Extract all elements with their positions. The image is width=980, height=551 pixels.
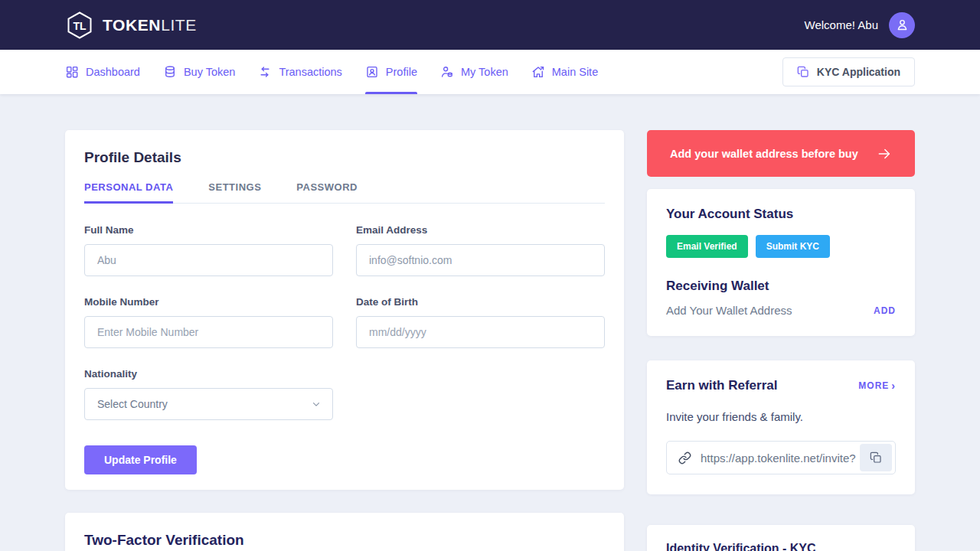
grid-icon (65, 65, 79, 79)
more-link[interactable]: MORE› (858, 380, 896, 392)
tab-personal-data[interactable]: PERSONAL DATA (84, 181, 173, 203)
brand-logo[interactable]: TL TOKENLITE (65, 11, 197, 40)
referral-card: Earn with Referral MORE› Invite your fri… (647, 360, 915, 494)
full-name-input[interactable] (84, 244, 333, 276)
nav-main-site[interactable]: Main Site (531, 50, 598, 94)
brand-hexagon-icon: TL (65, 11, 94, 40)
receiving-wallet-text: Add Your Wallet Address (666, 304, 792, 317)
nav-profile[interactable]: Profile (365, 50, 417, 94)
main-navbar: Dashboard Buy Token (0, 50, 980, 94)
coins-icon (163, 65, 177, 79)
nav-label: Main Site (552, 66, 598, 78)
update-profile-button[interactable]: Update Profile (84, 445, 197, 474)
invite-text: Invite your friends & family. (666, 410, 896, 423)
chevron-right-icon: › (891, 380, 896, 392)
copy-link-button[interactable] (860, 444, 892, 471)
topbar: TL TOKENLITE Welcome! Abu (0, 0, 980, 50)
user-coins-icon (440, 65, 454, 79)
dob-field-group: Date of Birth (356, 296, 605, 348)
nav-label: Buy Token (184, 66, 235, 78)
referral-link-url[interactable]: https://app.tokenlite.net/invite? (701, 452, 860, 465)
two-factor-title: Two-Factor Verification (84, 532, 605, 549)
email-input[interactable] (356, 244, 605, 276)
mobile-field-group: Mobile Number (84, 296, 333, 348)
nav-my-token[interactable]: My Token (440, 50, 508, 94)
document-copy-icon (797, 66, 809, 78)
mobile-input[interactable] (84, 316, 333, 348)
transfer-arrows-icon (258, 65, 272, 79)
account-status-card: Your Account Status Email Verified Submi… (647, 189, 915, 336)
wallet-alert-text: Add your wallet address before buy (670, 148, 858, 160)
receiving-wallet-title: Receiving Wallet (666, 279, 896, 294)
arrow-right-icon (877, 146, 892, 161)
main-content: Profile Details PERSONAL DATA SETTINGS P… (65, 94, 915, 551)
id-card-icon (365, 65, 379, 79)
profile-details-title: Profile Details (84, 149, 605, 166)
tab-password[interactable]: PASSWORD (296, 181, 358, 203)
nav-transactions[interactable]: Transactions (258, 50, 341, 94)
email-verified-badge[interactable]: Email Verified (666, 235, 748, 258)
profile-details-card: Profile Details PERSONAL DATA SETTINGS P… (65, 130, 624, 490)
full-name-field-group: Full Name (84, 224, 333, 276)
user-icon (895, 18, 910, 32)
nationality-selected-value: Select Country (97, 398, 168, 410)
identity-kyc-title: Identity Verification - KYC (666, 542, 896, 551)
dob-label: Date of Birth (356, 296, 605, 308)
kyc-button-label: KYC Application (817, 66, 900, 78)
email-label: Email Address (356, 224, 605, 236)
home-external-icon (531, 65, 545, 79)
nationality-field-group: Nationality Select Country (84, 368, 333, 420)
dob-input[interactable] (356, 316, 605, 348)
brand-name: TOKENLITE (103, 16, 197, 34)
user-avatar[interactable] (889, 12, 915, 38)
nav-label: Transactions (279, 66, 341, 78)
nationality-label: Nationality (84, 368, 333, 380)
link-icon (678, 452, 691, 465)
welcome-text: Welcome! Abu (805, 18, 878, 31)
kyc-application-button[interactable]: KYC Application (782, 57, 915, 86)
identity-kyc-card: Identity Verification - KYC (647, 525, 915, 551)
nav-dashboard[interactable]: Dashboard (65, 50, 140, 94)
nav-label: Dashboard (86, 66, 140, 78)
nav-buy-token[interactable]: Buy Token (163, 50, 235, 94)
nav-label: My Token (461, 66, 508, 78)
referral-title: Earn with Referral (666, 378, 778, 393)
full-name-label: Full Name (84, 224, 333, 236)
account-status-title: Your Account Status (666, 207, 896, 222)
copy-icon (870, 452, 882, 464)
nationality-select[interactable]: Select Country (84, 388, 333, 420)
wallet-alert-banner[interactable]: Add your wallet address before buy (647, 130, 915, 177)
nav-label: Profile (386, 66, 417, 78)
svg-text:TL: TL (73, 19, 87, 31)
email-field-group: Email Address (356, 224, 605, 276)
profile-tabs: PERSONAL DATA SETTINGS PASSWORD (84, 181, 605, 204)
add-wallet-link[interactable]: ADD (874, 305, 896, 316)
submit-kyc-badge[interactable]: Submit KYC (756, 235, 830, 258)
tab-settings[interactable]: SETTINGS (208, 181, 261, 203)
mobile-label: Mobile Number (84, 296, 333, 308)
chevron-down-icon (311, 399, 322, 409)
two-factor-card: Two-Factor Verification (65, 513, 624, 551)
referral-link-box: https://app.tokenlite.net/invite? (666, 441, 896, 474)
